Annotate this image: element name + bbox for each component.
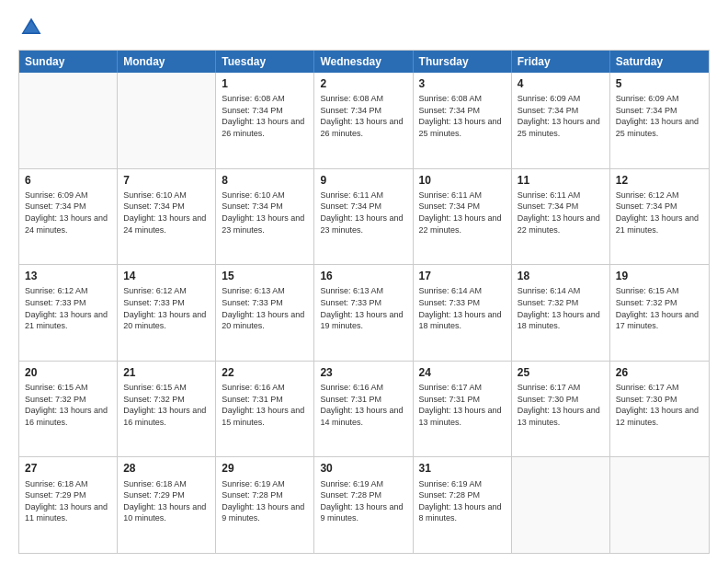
day-info: Sunrise: 6:17 AMSunset: 7:31 PMDaylight:…	[419, 382, 506, 428]
day-number: 31	[419, 461, 506, 476]
day-number: 27	[25, 461, 111, 476]
day-info: Sunrise: 6:10 AMSunset: 7:34 PMDaylight:…	[123, 190, 210, 236]
day-number: 8	[222, 173, 308, 188]
day-info: Sunrise: 6:09 AMSunset: 7:34 PMDaylight:…	[25, 190, 111, 236]
weekday-header-monday: Monday	[118, 51, 216, 73]
day-info: Sunrise: 6:11 AMSunset: 7:34 PMDaylight:…	[320, 190, 406, 236]
day-info: Sunrise: 6:17 AMSunset: 7:30 PMDaylight:…	[518, 382, 604, 428]
day-info: Sunrise: 6:18 AMSunset: 7:29 PMDaylight:…	[25, 478, 111, 524]
calendar-day-6: 6Sunrise: 6:09 AMSunset: 7:34 PMDaylight…	[19, 169, 118, 265]
day-info: Sunrise: 6:19 AMSunset: 7:28 PMDaylight:…	[320, 478, 406, 524]
day-number: 13	[25, 269, 111, 283]
calendar-row-1: 6Sunrise: 6:09 AMSunset: 7:34 PMDaylight…	[19, 168, 709, 265]
day-info: Sunrise: 6:18 AMSunset: 7:29 PMDaylight:…	[123, 478, 210, 524]
calendar-day-11: 11Sunrise: 6:11 AMSunset: 7:34 PMDayligh…	[512, 169, 610, 265]
day-info: Sunrise: 6:12 AMSunset: 7:33 PMDaylight:…	[25, 285, 111, 331]
day-number: 18	[518, 269, 604, 283]
day-number: 6	[25, 173, 111, 188]
day-number: 20	[25, 365, 111, 380]
calendar-day-14: 14Sunrise: 6:12 AMSunset: 7:33 PMDayligh…	[118, 265, 216, 361]
day-number: 25	[518, 365, 604, 380]
weekday-header-wednesday: Wednesday	[314, 51, 413, 73]
calendar: SundayMondayTuesdayWednesdayThursdayFrid…	[18, 50, 710, 554]
weekday-header-thursday: Thursday	[414, 51, 512, 73]
calendar-empty-cell	[19, 73, 118, 168]
day-number: 1	[222, 76, 308, 91]
calendar-row-0: 1Sunrise: 6:08 AMSunset: 7:34 PMDaylight…	[19, 73, 709, 168]
day-number: 3	[419, 76, 506, 91]
day-number: 4	[518, 76, 604, 91]
day-number: 19	[616, 269, 703, 283]
calendar-day-30: 30Sunrise: 6:19 AMSunset: 7:28 PMDayligh…	[314, 457, 413, 553]
logo-icon	[18, 15, 44, 40]
calendar-day-8: 8Sunrise: 6:10 AMSunset: 7:34 PMDaylight…	[216, 169, 314, 265]
logo	[18, 15, 48, 40]
day-number: 2	[320, 76, 406, 91]
calendar-day-2: 2Sunrise: 6:08 AMSunset: 7:34 PMDaylight…	[314, 73, 413, 168]
day-number: 29	[222, 461, 308, 476]
weekday-header-saturday: Saturday	[610, 51, 709, 73]
day-number: 11	[518, 173, 604, 188]
calendar-empty-cell	[512, 457, 610, 553]
calendar-day-18: 18Sunrise: 6:14 AMSunset: 7:32 PMDayligh…	[512, 265, 610, 361]
day-info: Sunrise: 6:15 AMSunset: 7:32 PMDaylight:…	[25, 382, 111, 428]
calendar-day-24: 24Sunrise: 6:17 AMSunset: 7:31 PMDayligh…	[414, 362, 512, 457]
day-number: 15	[222, 269, 308, 283]
day-number: 24	[419, 365, 506, 380]
day-info: Sunrise: 6:10 AMSunset: 7:34 PMDaylight:…	[222, 190, 308, 236]
day-info: Sunrise: 6:09 AMSunset: 7:34 PMDaylight:…	[616, 93, 703, 139]
day-info: Sunrise: 6:08 AMSunset: 7:34 PMDaylight:…	[419, 93, 506, 139]
day-info: Sunrise: 6:15 AMSunset: 7:32 PMDaylight:…	[616, 285, 703, 331]
day-info: Sunrise: 6:19 AMSunset: 7:28 PMDaylight:…	[222, 478, 308, 524]
calendar-day-5: 5Sunrise: 6:09 AMSunset: 7:34 PMDaylight…	[610, 73, 709, 168]
calendar-day-20: 20Sunrise: 6:15 AMSunset: 7:32 PMDayligh…	[19, 362, 118, 457]
calendar-day-9: 9Sunrise: 6:11 AMSunset: 7:34 PMDaylight…	[314, 169, 413, 265]
day-number: 14	[123, 269, 210, 283]
weekday-header-sunday: Sunday	[19, 51, 118, 73]
calendar-day-26: 26Sunrise: 6:17 AMSunset: 7:30 PMDayligh…	[610, 362, 709, 457]
day-info: Sunrise: 6:14 AMSunset: 7:32 PMDaylight:…	[518, 285, 604, 331]
calendar-day-31: 31Sunrise: 6:19 AMSunset: 7:28 PMDayligh…	[414, 457, 512, 553]
day-number: 23	[320, 365, 406, 380]
day-number: 21	[123, 365, 210, 380]
calendar-body: 1Sunrise: 6:08 AMSunset: 7:34 PMDaylight…	[19, 73, 709, 553]
day-info: Sunrise: 6:12 AMSunset: 7:34 PMDaylight:…	[616, 190, 703, 236]
day-number: 28	[123, 461, 210, 476]
calendar-day-22: 22Sunrise: 6:16 AMSunset: 7:31 PMDayligh…	[216, 362, 314, 457]
day-number: 5	[616, 76, 703, 91]
calendar-day-13: 13Sunrise: 6:12 AMSunset: 7:33 PMDayligh…	[19, 265, 118, 361]
calendar-day-29: 29Sunrise: 6:19 AMSunset: 7:28 PMDayligh…	[216, 457, 314, 553]
day-info: Sunrise: 6:11 AMSunset: 7:34 PMDaylight:…	[419, 190, 506, 236]
day-number: 9	[320, 173, 406, 188]
day-info: Sunrise: 6:16 AMSunset: 7:31 PMDaylight:…	[320, 382, 406, 428]
day-number: 12	[616, 173, 703, 188]
day-info: Sunrise: 6:11 AMSunset: 7:34 PMDaylight:…	[518, 190, 604, 236]
day-number: 7	[123, 173, 210, 188]
day-number: 22	[222, 365, 308, 380]
calendar-day-1: 1Sunrise: 6:08 AMSunset: 7:34 PMDaylight…	[216, 73, 314, 168]
day-info: Sunrise: 6:16 AMSunset: 7:31 PMDaylight:…	[222, 382, 308, 428]
calendar-day-12: 12Sunrise: 6:12 AMSunset: 7:34 PMDayligh…	[610, 169, 709, 265]
calendar-day-7: 7Sunrise: 6:10 AMSunset: 7:34 PMDaylight…	[118, 169, 216, 265]
calendar-day-15: 15Sunrise: 6:13 AMSunset: 7:33 PMDayligh…	[216, 265, 314, 361]
day-info: Sunrise: 6:09 AMSunset: 7:34 PMDaylight:…	[518, 93, 604, 139]
day-info: Sunrise: 6:08 AMSunset: 7:34 PMDaylight:…	[320, 93, 406, 139]
calendar-empty-cell	[610, 457, 709, 553]
day-info: Sunrise: 6:08 AMSunset: 7:34 PMDaylight:…	[222, 93, 308, 139]
weekday-header-friday: Friday	[512, 51, 610, 73]
day-info: Sunrise: 6:13 AMSunset: 7:33 PMDaylight:…	[222, 285, 308, 331]
calendar-day-16: 16Sunrise: 6:13 AMSunset: 7:33 PMDayligh…	[314, 265, 413, 361]
calendar-day-21: 21Sunrise: 6:15 AMSunset: 7:32 PMDayligh…	[118, 362, 216, 457]
weekday-header-tuesday: Tuesday	[216, 51, 314, 73]
day-number: 16	[320, 269, 406, 283]
calendar-day-4: 4Sunrise: 6:09 AMSunset: 7:34 PMDaylight…	[512, 73, 610, 168]
page-header	[18, 15, 710, 40]
day-info: Sunrise: 6:17 AMSunset: 7:30 PMDaylight:…	[616, 382, 703, 428]
calendar-empty-cell	[118, 73, 216, 168]
day-number: 10	[419, 173, 506, 188]
calendar-row-2: 13Sunrise: 6:12 AMSunset: 7:33 PMDayligh…	[19, 264, 709, 361]
calendar-day-25: 25Sunrise: 6:17 AMSunset: 7:30 PMDayligh…	[512, 362, 610, 457]
day-number: 30	[320, 461, 406, 476]
day-info: Sunrise: 6:19 AMSunset: 7:28 PMDaylight:…	[419, 478, 506, 524]
calendar-day-28: 28Sunrise: 6:18 AMSunset: 7:29 PMDayligh…	[118, 457, 216, 553]
